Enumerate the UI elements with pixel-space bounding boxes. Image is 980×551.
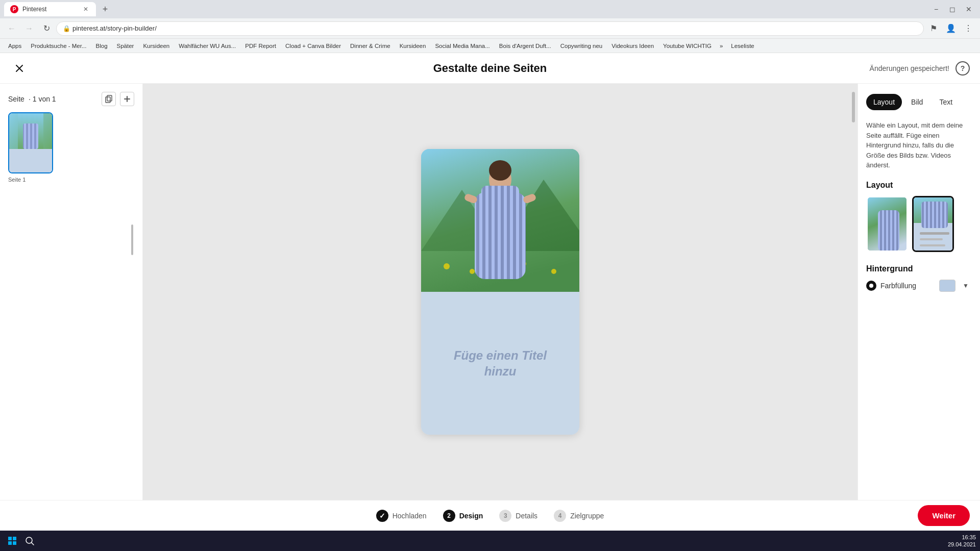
step-num-2: 2 xyxy=(447,512,451,519)
layout-split-inner xyxy=(914,197,952,251)
layout-full-inner xyxy=(868,197,906,251)
svg-rect-28 xyxy=(878,210,899,251)
bookmark-blog[interactable]: Blog xyxy=(92,42,112,50)
help-button[interactable]: ? xyxy=(955,61,970,76)
start-button[interactable] xyxy=(4,533,20,549)
svg-rect-35 xyxy=(920,238,943,240)
pin-text-area[interactable]: Füge einen Titelhinzu xyxy=(421,292,579,435)
forward-button[interactable]: → xyxy=(21,21,37,36)
seite-header: Seite · 1 von 1 xyxy=(8,92,134,106)
step-label-4: Zielgruppe xyxy=(570,512,604,520)
layout-options xyxy=(866,196,972,252)
layout-option-split[interactable] xyxy=(912,196,954,252)
add-page-button[interactable] xyxy=(120,92,134,106)
address-bar[interactable]: 🔒 pinterest.at/story-pin-builder/ xyxy=(56,21,924,36)
seite-icons xyxy=(102,92,134,106)
bookmark-kursideen2[interactable]: Kursideen xyxy=(396,42,430,50)
extensions-button[interactable]: ⚑ xyxy=(926,21,941,36)
step-label-3: Details xyxy=(516,512,537,520)
canvas-scroll-thumb[interactable] xyxy=(852,92,855,122)
window-controls: − ◻ ✕ xyxy=(929,2,976,16)
svg-rect-2 xyxy=(106,97,110,103)
search-taskbar[interactable] xyxy=(22,534,37,548)
back-button[interactable]: ← xyxy=(4,21,19,36)
page-thumb-inner xyxy=(9,113,52,172)
reload-button[interactable]: ↻ xyxy=(39,21,54,36)
svg-rect-22 xyxy=(481,186,519,221)
app-body: Seite · 1 von 1 xyxy=(0,84,980,500)
app-title: Gestalte deine Seiten xyxy=(433,62,547,75)
step-design[interactable]: 2 Design xyxy=(443,510,483,522)
bookmark-apps[interactable]: Apps xyxy=(4,42,26,50)
hintergrund-section-title: Hintergrund xyxy=(866,264,972,273)
profile-button[interactable]: 👤 xyxy=(943,21,959,36)
tab-text[interactable]: Text xyxy=(932,94,960,110)
bookmark-produktsuche[interactable]: Produktsuche - Mer... xyxy=(27,42,90,50)
settings-button[interactable]: ⋮ xyxy=(961,21,976,36)
maximize-button[interactable]: ◻ xyxy=(945,2,960,16)
bookmark-videokurs[interactable]: Videokurs Ideen xyxy=(607,42,658,50)
bookmark-leseliste[interactable]: Leseliste xyxy=(727,42,758,50)
weiter-button[interactable]: Weiter xyxy=(918,505,970,526)
step-details[interactable]: 3 Details xyxy=(499,510,537,522)
svg-rect-37 xyxy=(8,537,12,540)
dropdown-arrow[interactable]: ▼ xyxy=(960,280,972,292)
panel-description: Wähle ein Layout, mit dem deine Seite au… xyxy=(866,120,972,170)
step-num-4: 4 xyxy=(558,512,562,519)
svg-point-20 xyxy=(489,160,511,181)
bookmarks-more[interactable]: » xyxy=(717,42,726,50)
close-window-button[interactable]: ✕ xyxy=(962,2,976,16)
step-circle-4: 4 xyxy=(554,510,566,522)
minimize-button[interactable]: − xyxy=(929,2,943,16)
page-thumbnail[interactable] xyxy=(8,112,53,173)
browser-tab[interactable]: Pinterest ✕ xyxy=(4,2,96,16)
svg-rect-39 xyxy=(8,541,12,545)
nav-bar: ← → ↻ 🔒 pinterest.at/story-pin-builder/ … xyxy=(0,18,980,39)
tab-close-button[interactable]: ✕ xyxy=(82,5,90,13)
lock-icon: 🔒 xyxy=(63,25,70,32)
canvas-area: Füge einen Titelhinzu xyxy=(143,84,857,500)
svg-line-42 xyxy=(32,543,34,545)
scroll-thumb xyxy=(131,224,133,255)
step-circle-2: 2 xyxy=(443,510,455,522)
tab-bild[interactable]: Bild xyxy=(904,94,930,110)
bookmark-pdf[interactable]: PDF Report xyxy=(241,42,280,50)
svg-point-15 xyxy=(444,263,450,269)
pin-image xyxy=(421,149,579,292)
duplicate-page-button[interactable] xyxy=(102,92,116,106)
bookmark-canva[interactable]: Cload + Canva Bilder xyxy=(281,42,345,50)
new-tab-button[interactable]: + xyxy=(98,2,112,16)
bookmark-kursideen1[interactable]: Kursideen xyxy=(139,42,174,50)
taskbar-right: 16:35 29.04.2021 xyxy=(948,534,976,548)
step-hochladen[interactable]: ✓ Hochladen xyxy=(376,510,427,522)
farb-radio[interactable] xyxy=(866,281,876,291)
date: 29.04.2021 xyxy=(948,541,976,548)
pin-placeholder-text: Füge einen Titelhinzu xyxy=(454,347,547,379)
svg-rect-40 xyxy=(13,541,16,545)
bookmark-spaeter[interactable]: Später xyxy=(113,42,138,50)
tab-title: Pinterest xyxy=(22,6,46,13)
pin-card[interactable]: Füge einen Titelhinzu xyxy=(421,149,579,435)
close-app-button[interactable] xyxy=(10,59,29,78)
bookmark-wahlfaecher[interactable]: Wahlfächer WU Aus... xyxy=(175,42,240,50)
bookmark-copywriting[interactable]: Copywriting neu xyxy=(556,42,606,50)
bookmark-bois[interactable]: Bois d'Argent Duft... xyxy=(495,42,555,50)
step-circle-3: 3 xyxy=(499,510,511,522)
tab-layout[interactable]: Layout xyxy=(866,94,902,110)
svg-rect-34 xyxy=(920,232,949,235)
step-zielgruppe[interactable]: 4 Zielgruppe xyxy=(554,510,604,522)
layout-option-full[interactable] xyxy=(866,196,908,252)
canvas-scroll xyxy=(851,84,855,500)
bookmark-dinner[interactable]: Dinner & Crime xyxy=(346,42,395,50)
bookmarks-bar: Apps Produktsuche - Mer... Blog Später K… xyxy=(0,39,980,53)
saved-status: Änderungen gespeichert! xyxy=(870,64,949,72)
tab-favicon xyxy=(10,5,18,13)
seite-label: Seite xyxy=(8,95,24,103)
svg-rect-3 xyxy=(107,95,112,101)
taskbar: 16:35 29.04.2021 xyxy=(0,531,980,551)
color-swatch[interactable] xyxy=(939,280,955,292)
app-header: Gestalte deine Seiten Änderungen gespeic… xyxy=(0,53,980,84)
bookmark-social[interactable]: Social Media Mana... xyxy=(431,42,494,50)
bookmark-youtube[interactable]: Youtube WICHTIG xyxy=(659,42,716,50)
svg-rect-38 xyxy=(13,537,16,540)
